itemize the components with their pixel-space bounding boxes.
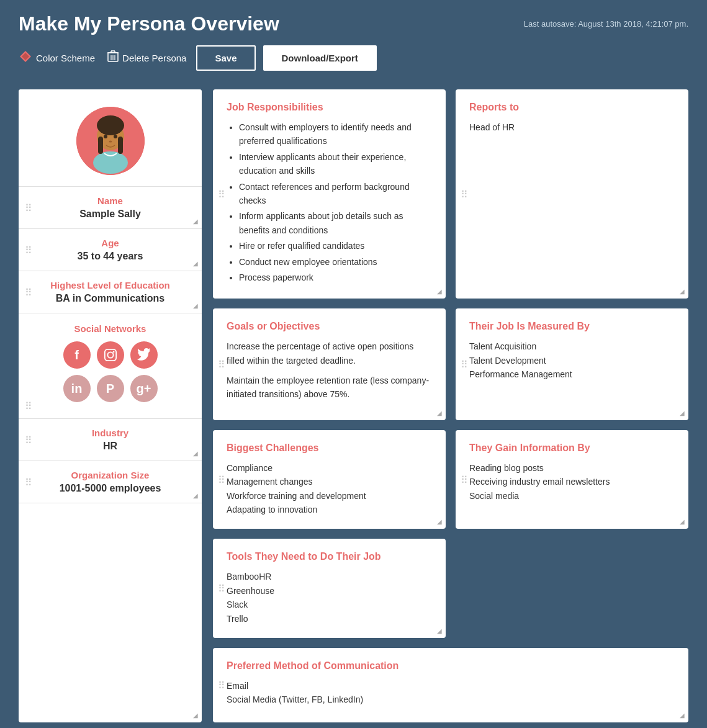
twitter-svg bbox=[137, 348, 151, 362]
tools-list: BambooHRGreenhouseSlackTrello bbox=[227, 570, 432, 626]
goals-drag-handle[interactable]: ⠿ bbox=[218, 359, 225, 371]
list-item: Trello bbox=[227, 612, 432, 626]
communication-card: ⠿ Preferred Method of Communication Emai… bbox=[213, 648, 688, 722]
facebook-icon[interactable]: f bbox=[63, 341, 91, 369]
education-section: ⠿ Highest Level of Education BA in Commu… bbox=[19, 271, 202, 313]
linkedin-icon[interactable]: in bbox=[63, 375, 91, 402]
age-value: 35 to 44 years bbox=[29, 251, 192, 262]
list-item: Contact references and perform backgroun… bbox=[239, 180, 432, 208]
svg-point-20 bbox=[107, 352, 113, 357]
list-item: Receiving industry email newsletters bbox=[469, 475, 675, 488]
save-button[interactable]: Save bbox=[196, 45, 255, 71]
gain-info-title: They Gain Information By bbox=[469, 443, 675, 454]
svg-point-18 bbox=[109, 141, 112, 143]
list-item: Email bbox=[227, 679, 675, 693]
svg-rect-14 bbox=[98, 137, 103, 154]
palette-icon bbox=[19, 50, 32, 63]
list-item: Hire or refer qualified candidates bbox=[239, 239, 432, 253]
tools-drag-handle[interactable]: ⠿ bbox=[218, 583, 225, 595]
challenges-resize-handle[interactable]: ◢ bbox=[437, 518, 442, 525]
challenges-drag-handle[interactable]: ⠿ bbox=[218, 474, 225, 485]
goals-paragraphs: Increase the percentage of active open p… bbox=[227, 339, 432, 402]
avatar bbox=[76, 107, 145, 175]
delete-persona-label: Delete Persona bbox=[122, 53, 186, 63]
communication-drag-handle[interactable]: ⠿ bbox=[218, 679, 225, 691]
delete-icon-svg bbox=[107, 50, 119, 63]
gain-info-card: ⠿ They Gain Information By Reading blog … bbox=[456, 430, 688, 529]
list-item: Talent Acquisition bbox=[469, 339, 675, 353]
right-grid: ⠿ Job Responsibilities Consult with empl… bbox=[213, 89, 688, 722]
main-content: ⠿ Name Sample Sally ◢ ⠿ Age 35 to 44 yea… bbox=[0, 77, 707, 728]
reports-to-resize-handle[interactable]: ◢ bbox=[680, 288, 685, 295]
industry-drag-handle[interactable]: ⠿ bbox=[25, 434, 32, 446]
reports-to-title: Reports to bbox=[469, 102, 675, 113]
download-button[interactable]: Download/Export bbox=[263, 45, 377, 71]
name-resize-handle[interactable]: ◢ bbox=[193, 218, 198, 225]
reports-to-drag-handle[interactable]: ⠿ bbox=[461, 188, 468, 200]
reports-to-card: ⠿ Reports to Head of HR ◢ bbox=[456, 89, 688, 299]
goals-paragraph: Increase the percentage of active open p… bbox=[227, 339, 432, 367]
job-measured-resize-handle[interactable]: ◢ bbox=[680, 410, 685, 416]
challenges-list: ComplianceManagement changesWorkforce tr… bbox=[227, 461, 432, 517]
education-drag-handle[interactable]: ⠿ bbox=[25, 286, 32, 298]
job-resp-drag-handle[interactable]: ⠿ bbox=[218, 188, 225, 200]
industry-resize-handle[interactable]: ◢ bbox=[193, 450, 198, 457]
education-resize-handle[interactable]: ◢ bbox=[193, 302, 198, 309]
instagram-icon[interactable] bbox=[97, 341, 124, 369]
job-measured-list: Talent AcquisitionTalent DevelopmentPerf… bbox=[469, 339, 675, 381]
goals-paragraph: Maintain the employee retention rate (le… bbox=[227, 374, 432, 402]
trash-icon bbox=[107, 50, 119, 66]
org-size-value: 1001-5000 employees bbox=[29, 483, 192, 494]
org-size-drag-handle[interactable]: ⠿ bbox=[25, 476, 32, 488]
tools-resize-handle[interactable]: ◢ bbox=[437, 627, 442, 634]
left-panel: ⠿ Name Sample Sally ◢ ⠿ Age 35 to 44 yea… bbox=[19, 89, 202, 722]
goals-content: Increase the percentage of active open p… bbox=[227, 339, 432, 402]
list-item: Greenhouse bbox=[227, 584, 432, 598]
list-item: BambooHR bbox=[227, 570, 432, 583]
goals-resize-handle[interactable]: ◢ bbox=[437, 410, 442, 416]
communication-content: EmailSocial Media (Twitter, FB, LinkedIn… bbox=[227, 679, 675, 707]
job-resp-list: Consult with employers to identify needs… bbox=[227, 120, 432, 284]
age-resize-handle[interactable]: ◢ bbox=[193, 260, 198, 267]
job-measured-title: Their Job Is Measured By bbox=[469, 321, 675, 332]
svg-rect-15 bbox=[118, 137, 123, 154]
list-item: Compliance bbox=[227, 461, 432, 475]
reports-to-content: Head of HR bbox=[469, 120, 675, 134]
pinterest-icon[interactable]: P bbox=[97, 375, 124, 402]
age-drag-handle[interactable]: ⠿ bbox=[25, 244, 32, 256]
list-item: Interview applicants about their experie… bbox=[239, 150, 432, 178]
svg-point-12 bbox=[93, 151, 128, 174]
social-label: Social Networks bbox=[29, 323, 192, 334]
color-scheme-button[interactable]: Color Scheme bbox=[19, 50, 95, 66]
social-resize-handle[interactable]: ◢ bbox=[193, 712, 198, 719]
list-item: Consult with employers to identify needs… bbox=[239, 120, 432, 148]
delete-persona-button[interactable]: Delete Persona bbox=[107, 50, 186, 66]
instagram-svg bbox=[104, 348, 117, 362]
color-scheme-icon bbox=[19, 50, 32, 66]
googleplus-icon[interactable]: g+ bbox=[130, 375, 158, 402]
gain-info-drag-handle[interactable]: ⠿ bbox=[461, 474, 468, 485]
gain-info-resize-handle[interactable]: ◢ bbox=[680, 518, 685, 525]
avatar-svg bbox=[76, 107, 145, 175]
svg-point-13 bbox=[97, 115, 124, 135]
name-drag-handle[interactable]: ⠿ bbox=[25, 202, 32, 213]
tools-title: Tools They Need to Do Their Job bbox=[227, 551, 432, 562]
job-measured-drag-handle[interactable]: ⠿ bbox=[461, 359, 468, 371]
social-drag-handle[interactable]: ⠿ bbox=[25, 400, 32, 411]
twitter-icon[interactable] bbox=[130, 341, 158, 369]
job-resp-content: Consult with employers to identify needs… bbox=[227, 120, 432, 284]
communication-resize-handle[interactable]: ◢ bbox=[680, 712, 685, 719]
job-resp-resize-handle[interactable]: ◢ bbox=[437, 288, 442, 295]
list-item: Slack bbox=[227, 598, 432, 611]
org-size-resize-handle[interactable]: ◢ bbox=[193, 492, 198, 499]
list-item: Talent Development bbox=[469, 354, 675, 367]
education-value: BA in Communications bbox=[29, 293, 192, 304]
list-item: Conduct new employee orientations bbox=[239, 255, 432, 269]
avatar-section bbox=[19, 89, 202, 187]
list-item: Management changes bbox=[227, 475, 432, 488]
social-icons-row1: f bbox=[29, 341, 192, 369]
job-measured-content: Talent AcquisitionTalent DevelopmentPerf… bbox=[469, 339, 675, 381]
social-icons-row2: in P g+ bbox=[29, 375, 192, 402]
list-item: Social Media (Twitter, FB, LinkedIn) bbox=[227, 693, 675, 706]
header: Make My Persona Overview Last autosave: … bbox=[0, 0, 707, 77]
